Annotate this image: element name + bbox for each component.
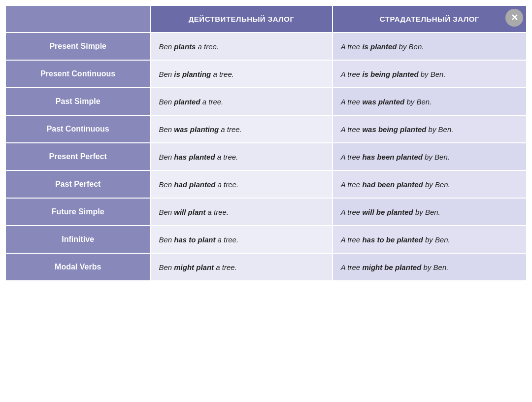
passive-voice-cell: A tree might be planted by Ben.	[332, 253, 527, 281]
table-row: Past PerfectBen had planted a tree.A tre…	[5, 170, 527, 198]
table-row: Past ContinuousBen was planting a tree.A…	[5, 115, 527, 143]
tense-cell: Future Simple	[5, 198, 150, 226]
table-row: Present SimpleBen plants a tree.A tree i…	[5, 33, 527, 60]
active-voice-cell: Ben plants a tree.	[150, 33, 332, 60]
tense-cell: Present Perfect	[5, 143, 150, 170]
active-voice-cell: Ben was planting a tree.	[150, 115, 332, 143]
tense-cell: Past Continuous	[5, 115, 150, 143]
close-button[interactable]: ✕	[505, 9, 523, 27]
tense-cell: Present Simple	[5, 33, 150, 60]
active-voice-cell: Ben is planting a tree.	[150, 60, 332, 88]
passive-voice-cell: A tree has to be planted by Ben.	[332, 226, 527, 253]
active-voice-cell: Ben will plant a tree.	[150, 198, 332, 226]
grammar-table: ДЕЙСТВИТЕЛЬНЫЙ ЗАЛОГ СТРАДАТЕЛЬНЫЙ ЗАЛОГ…	[5, 5, 527, 281]
passive-voice-cell: A tree will be planted by Ben.	[332, 198, 527, 226]
passive-voice-cell: A tree had been planted by Ben.	[332, 170, 527, 198]
active-voice-cell: Ben had planted a tree.	[150, 170, 332, 198]
tense-cell: Modal Verbs	[5, 253, 150, 281]
header-col1	[5, 5, 150, 33]
table-row: Present ContinuousBen is planting a tree…	[5, 60, 527, 88]
table-wrapper: ✕ ДЕЙСТВИТЕЛЬНЫЙ ЗАЛОГ СТРАДАТЕЛЬНЫЙ ЗАЛ…	[5, 5, 527, 281]
header-col2: ДЕЙСТВИТЕЛЬНЫЙ ЗАЛОГ	[150, 5, 332, 33]
passive-voice-cell: A tree was being planted by Ben.	[332, 115, 527, 143]
active-voice-cell: Ben might plant a tree.	[150, 253, 332, 281]
passive-voice-cell: A tree was planted by Ben.	[332, 88, 527, 115]
table-row: Future SimpleBen will plant a tree.A tre…	[5, 198, 527, 226]
table-body: Present SimpleBen plants a tree.A tree i…	[5, 33, 527, 281]
active-voice-cell: Ben has to plant a tree.	[150, 226, 332, 253]
tense-cell: Past Perfect	[5, 170, 150, 198]
tense-cell: Present Continuous	[5, 60, 150, 88]
passive-voice-cell: A tree is being planted by Ben.	[332, 60, 527, 88]
table-row: Past SimpleBen planted a tree.A tree was…	[5, 88, 527, 115]
passive-voice-cell: A tree has been planted by Ben.	[332, 143, 527, 170]
header-col3: СТРАДАТЕЛЬНЫЙ ЗАЛОГ	[332, 5, 527, 33]
tense-cell: Past Simple	[5, 88, 150, 115]
table-row: InfinitiveBen has to plant a tree.A tree…	[5, 226, 527, 253]
active-voice-cell: Ben has planted a tree.	[150, 143, 332, 170]
tense-cell: Infinitive	[5, 226, 150, 253]
active-voice-cell: Ben planted a tree.	[150, 88, 332, 115]
table-row: Modal VerbsBen might plant a tree.A tree…	[5, 253, 527, 281]
table-row: Present PerfectBen has planted a tree.A …	[5, 143, 527, 170]
passive-voice-cell: A tree is planted by Ben.	[332, 33, 527, 60]
table-header: ДЕЙСТВИТЕЛЬНЫЙ ЗАЛОГ СТРАДАТЕЛЬНЫЙ ЗАЛОГ	[5, 5, 527, 33]
